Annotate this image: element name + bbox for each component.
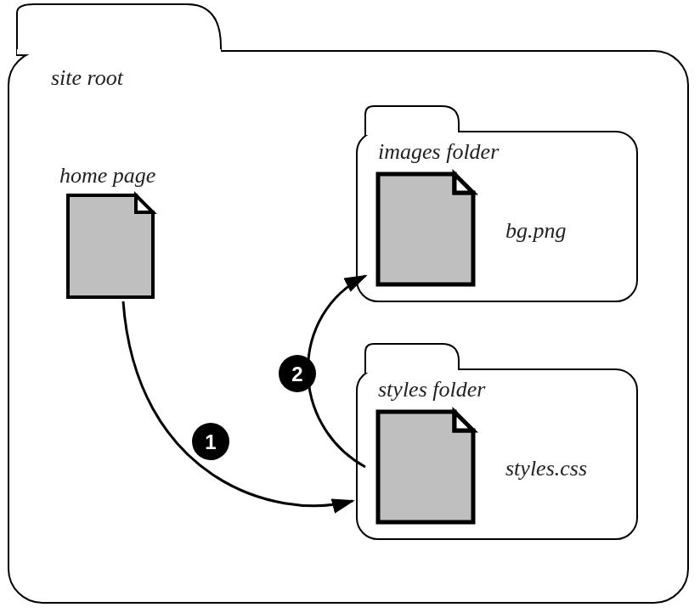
home-page-label: home page <box>59 163 155 188</box>
images-folder: images folder bg.png <box>357 106 637 301</box>
file-structure-diagram: site root home page images folder bg.png… <box>0 0 700 613</box>
home-page-file-icon <box>68 195 153 297</box>
site-root-label: site root <box>51 65 124 90</box>
home-page-group: home page <box>59 163 155 297</box>
svg-rect-3 <box>366 130 458 135</box>
styles-file-label: styles.css <box>505 456 587 481</box>
step-badge-2: 2 <box>279 355 316 392</box>
step-badge-1-label: 1 <box>205 430 216 453</box>
step-badge-2-label: 2 <box>291 363 302 385</box>
styles-folder: styles folder styles.css <box>357 344 637 539</box>
styles-file-icon <box>378 412 473 522</box>
step-badge-1: 1 <box>192 423 229 460</box>
svg-rect-1 <box>17 49 221 54</box>
svg-rect-5 <box>366 368 458 373</box>
bg-file-label: bg.png <box>505 218 567 243</box>
styles-folder-label: styles folder <box>378 377 486 402</box>
bg-file-icon <box>378 174 473 284</box>
images-folder-label: images folder <box>378 139 500 164</box>
